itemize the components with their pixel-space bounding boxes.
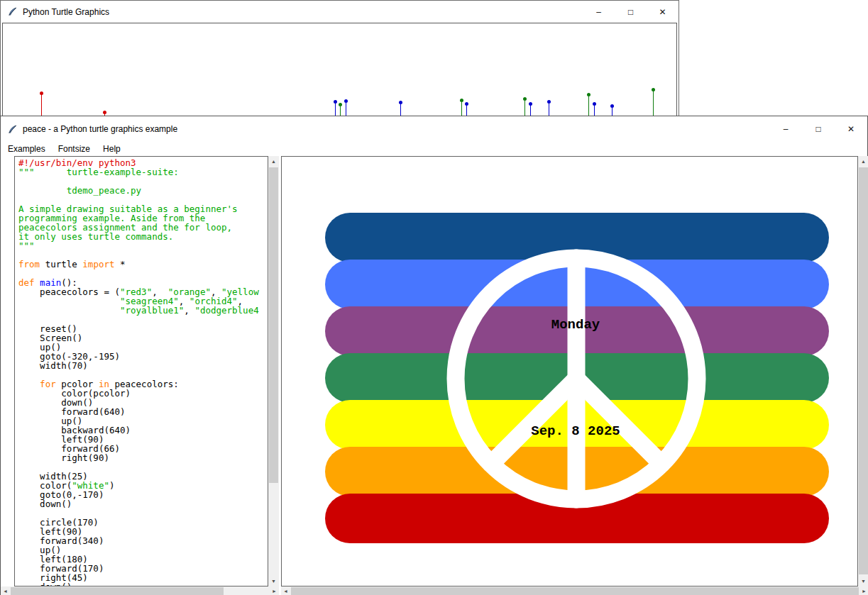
- front-window-caption-buttons: – □ ✕: [769, 116, 867, 142]
- back-minimize-button[interactable]: –: [583, 1, 615, 23]
- canvas-vscroll-thumb[interactable]: [859, 167, 868, 574]
- front-window-title: peace - a Python turtle graphics example: [23, 124, 177, 134]
- code-horizontal-scrollbar[interactable]: ◄ ►: [1, 586, 279, 595]
- turtle-figure-stem: [335, 103, 336, 116]
- code-line: tdemo_peace.py: [18, 186, 268, 195]
- back-window-titlebar[interactable]: Python Turtle Graphics – □ ✕: [1, 1, 679, 23]
- scroll-left-icon[interactable]: ◄: [1, 586, 10, 595]
- scroll-right-icon[interactable]: ►: [270, 586, 279, 595]
- turtle-figure-stem: [466, 105, 467, 116]
- turtle-figure-stem: [340, 106, 341, 116]
- scroll-up-icon[interactable]: ▲: [268, 156, 279, 167]
- window-peace-example: peace - a Python turtle graphics example…: [0, 116, 868, 595]
- code-line: width(70): [18, 361, 268, 370]
- scroll-down-icon[interactable]: ▼: [858, 576, 868, 586]
- scroll-up-icon[interactable]: ▲: [858, 156, 868, 167]
- scroll-right-icon[interactable]: ►: [859, 586, 868, 595]
- turtle-figure-stem: [524, 100, 525, 116]
- tk-feather-icon: [7, 124, 18, 135]
- menu-item-help[interactable]: Help: [97, 143, 127, 156]
- code-line: from turtle import *: [18, 260, 268, 269]
- front-minimize-button[interactable]: –: [769, 116, 802, 142]
- code-line: right(90): [18, 453, 268, 462]
- back-window-title: Python Turtle Graphics: [23, 7, 109, 17]
- menubar: ExamplesFontsizeHelp: [1, 142, 867, 156]
- turtle-figure-stem: [588, 96, 589, 116]
- code-vertical-scrollbar[interactable]: ▲ ▼: [268, 156, 279, 586]
- canvas-text-date: Sep. 8 2025: [531, 423, 620, 439]
- scroll-left-icon[interactable]: ◄: [281, 586, 290, 595]
- tk-feather-icon: [7, 6, 18, 17]
- menu-item-examples[interactable]: Examples: [1, 143, 52, 156]
- back-maximize-button[interactable]: □: [615, 1, 647, 23]
- code-line: """: [18, 241, 268, 250]
- canvas-horizontal-scrollbar[interactable]: ◄ ►: [281, 586, 868, 595]
- front-maximize-button[interactable]: □: [802, 116, 835, 142]
- front-close-button[interactable]: ✕: [835, 116, 867, 142]
- turtle-figure-stem: [346, 102, 346, 116]
- menu-item-fontsize[interactable]: Fontsize: [52, 143, 97, 156]
- back-close-button[interactable]: ✕: [647, 1, 679, 23]
- front-window-titlebar[interactable]: peace - a Python turtle graphics example…: [1, 116, 867, 142]
- code-line: "royalblue1", "dodgerblue4: [18, 306, 268, 315]
- canvas-text-weekday: Monday: [551, 317, 600, 333]
- turtle-figure-stem: [530, 105, 531, 116]
- code-text: #!/usr/bin/env python3""" turtle-example…: [15, 157, 268, 586]
- code-hscroll-thumb[interactable]: [11, 587, 224, 595]
- back-window-caption-buttons: – □ ✕: [583, 1, 679, 23]
- code-editor[interactable]: #!/usr/bin/env python3""" turtle-example…: [14, 156, 268, 586]
- code-vscroll-thumb[interactable]: [269, 167, 278, 483]
- peace-symbol: [282, 157, 857, 586]
- canvas-hscroll-thumb[interactable]: [291, 587, 859, 595]
- turtle-canvas[interactable]: MondaySep. 8 2025: [281, 156, 858, 586]
- code-line: """ turtle-example-suite:: [18, 167, 268, 177]
- turtle-figure-stem: [653, 91, 654, 116]
- turtle-figure-stem: [549, 103, 549, 116]
- code-line: down(): [18, 499, 268, 508]
- turtle-figure-stem: [400, 104, 401, 116]
- turtle-figure-stem: [461, 101, 462, 116]
- turtle-figure-stem: [594, 105, 595, 116]
- turtle-figure-stem: [41, 94, 42, 116]
- scroll-down-icon[interactable]: ▼: [268, 576, 279, 586]
- code-line: it only uses turtle commands.: [18, 232, 268, 241]
- canvas-vertical-scrollbar[interactable]: ▲ ▼: [858, 156, 868, 586]
